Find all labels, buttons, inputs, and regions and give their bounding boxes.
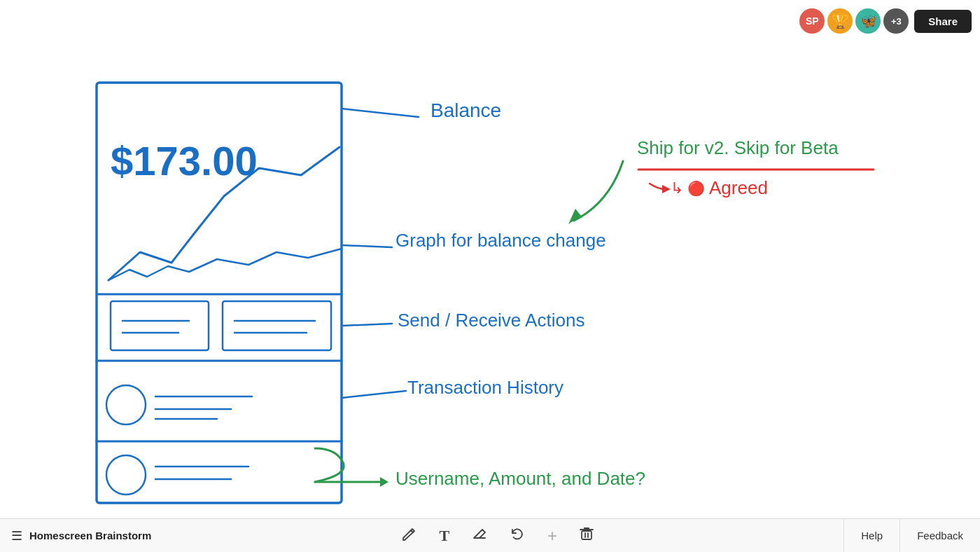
svg-line-21 (342, 391, 406, 398)
avatar-sp: SP (799, 8, 825, 34)
svg-line-19 (342, 245, 392, 247)
balance-label: Balance (430, 99, 501, 122)
svg-line-20 (342, 324, 392, 326)
eraser-tool[interactable] (472, 526, 487, 545)
svg-point-11 (106, 385, 146, 425)
svg-rect-8 (223, 301, 331, 350)
agreed-container: ↳ 🔴 Agreed (671, 177, 768, 199)
svg-rect-5 (111, 301, 209, 350)
plus-tool[interactable]: + (547, 526, 557, 546)
pencil-tool[interactable] (401, 526, 416, 545)
hamburger-icon[interactable]: ☰ (11, 528, 22, 544)
history-label: Transaction History (407, 377, 564, 399)
top-toolbar: SP 🏆 🦋 +3 Share (799, 8, 972, 34)
svg-marker-25 (380, 477, 388, 487)
username-label: Username, Amount, and Date? (396, 468, 645, 490)
graph-label: Graph for balance change (396, 230, 606, 251)
feedback-button[interactable]: Feedback (899, 519, 980, 553)
actions-label: Send / Receive Actions (398, 310, 584, 331)
svg-marker-22 (568, 209, 581, 224)
undo-tool[interactable] (510, 526, 525, 545)
share-button[interactable]: Share (914, 10, 972, 33)
ship-label: Ship for v2. Skip for Beta (637, 137, 839, 159)
avatar-orange: 🏆 (827, 8, 853, 34)
text-tool[interactable]: T (439, 527, 449, 545)
svg-line-18 (342, 109, 419, 117)
svg-marker-24 (662, 185, 671, 193)
svg-text:$173.00: $173.00 (111, 138, 258, 184)
avatar-count: +3 (883, 8, 909, 34)
help-button[interactable]: Help (844, 519, 899, 553)
svg-rect-27 (582, 531, 592, 539)
agreed-label: Agreed (709, 177, 768, 199)
avatar-teal: 🦋 (855, 8, 881, 34)
bottom-toolbar: ☰ Homescreen Brainstorm T + (0, 518, 980, 552)
svg-point-15 (106, 455, 146, 495)
trash-tool[interactable] (580, 526, 594, 545)
board-title: Homescreen Brainstorm (29, 530, 151, 541)
canvas-area: $173.00 (0, 0, 980, 518)
